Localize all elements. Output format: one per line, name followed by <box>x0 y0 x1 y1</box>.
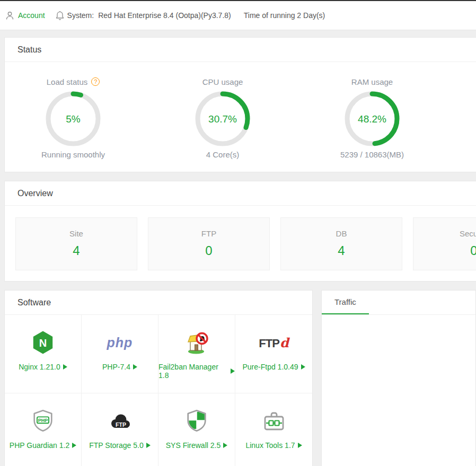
tab-traffic[interactable]: Traffic <box>322 291 369 314</box>
software-item-ftp-storage[interactable]: FTP FTP Storage 5.0 <box>82 393 158 466</box>
overview-card-site[interactable]: Site 4 <box>15 217 137 270</box>
software-item-linux-tools[interactable]: Linux Tools 1.7 <box>235 393 312 466</box>
cpu-usage-value: 30.7% <box>208 113 237 125</box>
overview-card-db[interactable]: DB 4 <box>280 217 402 270</box>
play-icon <box>223 443 227 448</box>
software-item-pureftpd[interactable]: FTPd Pure-Ftpd 1.0.49 <box>235 315 312 393</box>
load-status-label: Load status <box>47 77 88 86</box>
sys-firewall-icon <box>184 408 209 434</box>
status-panel: Status Load status ? 5% Running smoothly… <box>4 37 476 172</box>
play-icon <box>63 364 67 370</box>
overview-panel-title: Overview <box>5 181 476 206</box>
play-icon <box>133 364 137 370</box>
linux-tools-icon <box>261 408 287 434</box>
system-value: Red Hat Enterprise 8.4 (Ootpa)(Py3.7.8) <box>98 11 231 20</box>
card-count: 4 <box>73 243 80 258</box>
bottom-row: Software N Nginx 1.21.0 php PHP-7.4 <box>4 290 476 466</box>
cpu-usage-label: CPU usage <box>202 77 243 86</box>
nginx-icon: N <box>31 330 55 355</box>
overview-card-ftp[interactable]: FTP 0 <box>148 217 270 270</box>
play-icon <box>301 364 305 370</box>
ram-usage-subtext: 5239 / 10863(MB) <box>340 150 404 159</box>
ram-usage-ring: 48.2% <box>344 91 400 147</box>
svg-text:FTP: FTP <box>116 421 126 428</box>
uptime-text: Time of running 2 Day(s) <box>244 11 325 20</box>
card-label: FTP <box>201 229 216 238</box>
load-status-gauge: Load status ? 5% Running smoothly <box>0 77 148 159</box>
software-item-php-guardian[interactable]: PHP PHP Guardian 1.2 <box>5 393 82 466</box>
cpu-usage-ring: 30.7% <box>195 91 251 147</box>
card-label: DB <box>336 229 347 238</box>
play-icon <box>298 443 302 448</box>
ram-usage-value: 48.2% <box>358 113 386 125</box>
cpu-usage-subtext: 4 Core(s) <box>206 150 240 159</box>
topbar: Account System: Red Hat Enterprise 8.4 (… <box>0 1 476 30</box>
pureftpd-icon: FTPd <box>259 330 288 355</box>
card-count: 4 <box>338 243 345 258</box>
load-status-subtext: Running smoothly <box>41 150 105 159</box>
software-item-fail2ban[interactable]: Fail2ban Manager 1.8 <box>158 315 235 393</box>
php-guardian-icon: PHP <box>31 408 55 434</box>
ram-usage-label: RAM usage <box>351 77 393 86</box>
overview-card-security[interactable]: Security 0 <box>413 217 476 270</box>
svg-text:N: N <box>39 337 47 349</box>
software-item-sys-firewall[interactable]: SYS Firewall 2.5 <box>158 393 235 466</box>
status-panel-title: Status <box>5 38 476 62</box>
software-panel-title: Software <box>5 291 312 315</box>
system-label: System: <box>67 11 94 20</box>
gauge-row: Load status ? 5% Running smoothly CPU us… <box>0 62 476 172</box>
card-label: Site <box>69 229 83 238</box>
software-item-php[interactable]: php PHP-7.4 <box>82 315 158 393</box>
card-count: 0 <box>205 243 212 258</box>
php-icon: php <box>107 330 133 355</box>
ftp-storage-icon: FTP <box>107 408 133 434</box>
software-item-nginx[interactable]: N Nginx 1.21.0 <box>5 315 82 393</box>
play-icon <box>72 443 76 448</box>
load-status-value: 5% <box>66 113 81 125</box>
user-icon <box>5 11 14 20</box>
ram-usage-gauge: RAM usage 48.2% 5239 / 10863(MB) <box>297 77 447 159</box>
cpu-usage-gauge: CPU usage 30.7% 4 Core(s) <box>148 77 297 159</box>
card-label: Security <box>460 229 476 238</box>
load-status-ring: 5% <box>45 91 101 147</box>
bell-icon[interactable] <box>56 11 64 21</box>
play-icon <box>146 443 151 448</box>
svg-text:PHP: PHP <box>38 418 48 423</box>
traffic-panel: Traffic <box>321 290 476 466</box>
account-link[interactable]: Account <box>18 11 45 20</box>
software-panel: Software N Nginx 1.21.0 php PHP-7.4 <box>4 290 313 466</box>
fail2ban-icon <box>184 330 209 355</box>
play-icon <box>231 368 235 374</box>
overview-panel: Overview Site 4 FTP 0 DB 4 Security 0 <box>4 181 476 282</box>
card-count: 0 <box>470 243 476 258</box>
overview-cards-row: Site 4 FTP 0 DB 4 Security 0 <box>5 206 476 281</box>
traffic-tab-row: Traffic <box>322 291 475 315</box>
software-grid: N Nginx 1.21.0 php PHP-7.4 <box>5 315 312 466</box>
help-icon[interactable]: ? <box>91 77 100 86</box>
